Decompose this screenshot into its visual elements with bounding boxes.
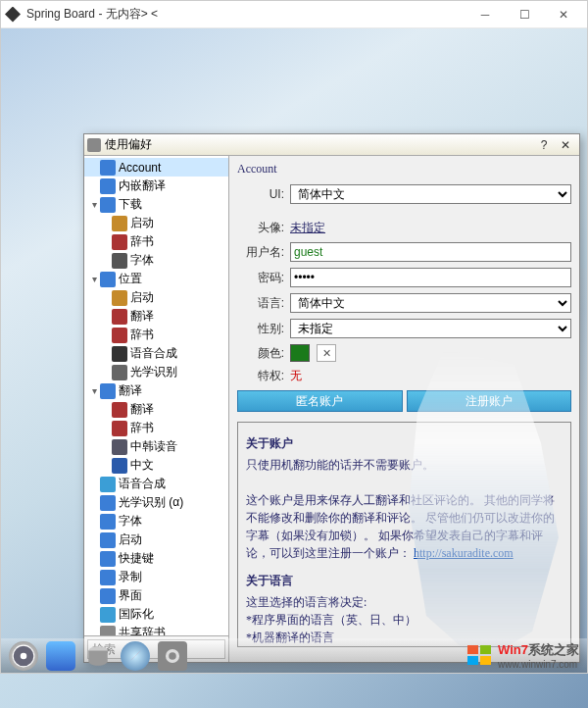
tree-item-icon [100, 495, 116, 511]
pref-close-button[interactable]: ✕ [555, 136, 576, 154]
svg-rect-4 [467, 645, 478, 654]
pref-help-button[interactable]: ? [533, 136, 555, 154]
tree-item-icon [100, 477, 116, 492]
info-link[interactable]: http://sakuradite.com [414, 546, 514, 560]
tree-item[interactable]: 翻译 [84, 400, 228, 419]
tree-item[interactable]: 中韩读音 [84, 437, 228, 456]
info-text-2: 这个账户是用来保存人工翻译和社区评论的。 其他的同学将不能修改和删除你的翻译和评… [246, 493, 555, 560]
tree-item[interactable]: 国际化 [84, 605, 228, 624]
password-input[interactable] [290, 268, 571, 287]
taskbar-settings-icon[interactable] [158, 641, 187, 671]
info-text-1: 只使用机翻功能的话并不需要账户。 [246, 456, 563, 474]
maximize-button[interactable]: ☐ [505, 1, 544, 28]
tree-item[interactable]: 启动 [84, 531, 228, 549]
preferences-titlebar: 使用偏好 ? ✕ [84, 134, 579, 156]
ui-language-select[interactable]: 简体中文 [290, 184, 571, 204]
info-box: 关于账户 只使用机翻功能的话并不需要账户。 这个账户是用来保存人工翻译和社区评论… [237, 422, 571, 647]
avatar-link[interactable]: 未指定 [290, 221, 325, 234]
tree-item[interactable]: 快捷键 [84, 549, 228, 568]
taskbar-launcher-icon[interactable] [9, 641, 38, 671]
tree-item[interactable]: 字体 [84, 251, 228, 270]
tree-item-icon [112, 402, 127, 418]
tree-item[interactable]: 翻译 [84, 307, 228, 326]
register-account-button[interactable]: 注册账户 [407, 390, 572, 412]
tree-item-label: 字体 [130, 252, 154, 269]
info-heading-language: 关于语言 [246, 572, 563, 589]
tree-item[interactable]: Account [84, 158, 228, 177]
tree-item-label: 内嵌翻译 [119, 177, 166, 194]
main-titlebar: Spring Board - 无内容> < ─ ☐ ✕ [1, 1, 587, 28]
windows-logo-icon [466, 644, 494, 668]
color-label: 颜色: [237, 345, 284, 362]
password-label: 密码: [237, 270, 284, 286]
close-button[interactable]: ✕ [544, 1, 583, 28]
gender-select[interactable]: 未指定 [290, 319, 571, 338]
tree-item[interactable]: 界面 [84, 586, 228, 605]
taskbar-finder-icon[interactable] [46, 641, 75, 671]
main-window-title: Spring Board - 无内容> < [26, 6, 466, 23]
tree-item[interactable]: 语音合成 [84, 344, 228, 363]
tree-item-icon [112, 290, 127, 306]
tree-item-icon [100, 607, 116, 623]
main-panel: Account UI: 简体中文 头像: 未指定 用户名: [229, 156, 579, 662]
tree-item[interactable]: 辞书 [84, 419, 228, 437]
perk-label: 特权: [237, 368, 284, 384]
preferences-title: 使用偏好 [105, 136, 533, 153]
tree-item-icon [112, 458, 127, 474]
tree-item[interactable]: 录制 [84, 568, 228, 586]
tree-item-icon [112, 365, 127, 380]
info-text-4: *程序界面的语言（英、日、中） [246, 611, 563, 629]
tree-item-label: 中文 [130, 457, 154, 474]
tree-item-label: 辞书 [130, 420, 154, 436]
tree-item[interactable]: 共享辞书 [84, 624, 228, 635]
tree-item[interactable]: 中文 [84, 456, 228, 475]
svg-rect-7 [480, 656, 491, 665]
tree-item[interactable]: 内嵌翻译 [84, 177, 228, 195]
tree-item[interactable]: 语音合成 [84, 475, 228, 493]
tree-item[interactable]: ▾翻译 [84, 381, 228, 400]
tree-item[interactable]: 辞书 [84, 326, 228, 344]
tree-item-icon [112, 253, 127, 269]
clear-color-button[interactable]: ✕ [317, 344, 336, 362]
tree-item-label: 界面 [119, 587, 142, 604]
anonymous-account-button[interactable]: 匿名账户 [237, 390, 403, 412]
svg-point-3 [168, 650, 178, 661]
preferences-body: Account内嵌翻译▾下载启动辞书字体▾位置启动翻译辞书语音合成光学识别▾翻译… [84, 156, 579, 662]
tree-item-label: 光学识别 (α) [119, 494, 183, 511]
taskbar-safari-icon[interactable] [121, 641, 150, 671]
tree-item-label: 语音合成 [119, 476, 166, 492]
panel-title: Account [237, 162, 571, 177]
tree-item[interactable]: ▾位置 [84, 270, 228, 288]
tree-item-label: Account [119, 161, 161, 175]
ui-label: UI: [237, 187, 284, 201]
taskbar-disk-icon[interactable] [83, 641, 113, 671]
tree-item[interactable]: 辞书 [84, 232, 228, 251]
info-heading-account: 关于账户 [246, 434, 563, 452]
tree-item-icon [100, 178, 116, 194]
tree-item-label: 国际化 [119, 606, 154, 623]
color-swatch[interactable] [290, 344, 310, 362]
gender-label: 性别: [237, 321, 284, 337]
minimize-button[interactable]: ─ [466, 1, 505, 28]
username-input[interactable] [290, 242, 571, 262]
tree-item-label: 翻译 [130, 308, 154, 325]
tree-item-icon [100, 551, 116, 567]
tree-item-label: 启动 [130, 215, 154, 231]
tree-item[interactable]: 字体 [84, 512, 228, 531]
tree-item[interactable]: ▾下载 [84, 195, 228, 214]
tree-item[interactable]: 启动 [84, 288, 228, 307]
tree-item-label: 翻译 [119, 382, 142, 399]
tree-item-icon [100, 588, 116, 604]
tree-item[interactable]: 启动 [84, 214, 228, 232]
tree-item-label: 语音合成 [130, 345, 177, 362]
tree-item[interactable]: 光学识别 (α) [84, 493, 228, 512]
svg-rect-6 [467, 656, 478, 665]
desktop-wallpaper: 使用偏好 ? ✕ Account内嵌翻译▾下载启动辞书字体▾位置启动翻译辞书语音… [1, 28, 587, 673]
tree-item-label: 快捷键 [119, 550, 154, 567]
tree-item-label: 下载 [119, 196, 142, 213]
watermark: Win7系统之家 www.winwin7.com [466, 641, 579, 670]
preferences-tree[interactable]: Account内嵌翻译▾下载启动辞书字体▾位置启动翻译辞书语音合成光学识别▾翻译… [84, 156, 228, 635]
expand-icon: ▾ [88, 385, 100, 396]
tree-item[interactable]: 光学识别 [84, 363, 228, 381]
language-select[interactable]: 简体中文 [290, 293, 571, 313]
